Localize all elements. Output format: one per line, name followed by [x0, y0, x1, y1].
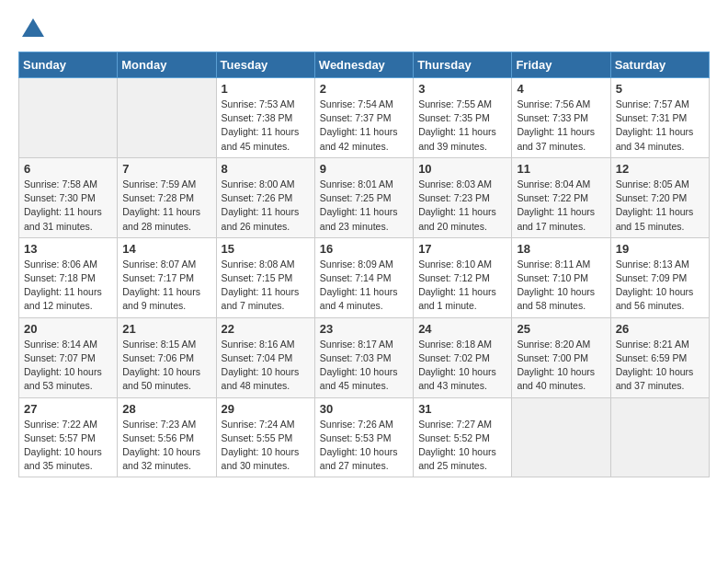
- day-info: Sunrise: 8:03 AM Sunset: 7:23 PM Dayligh…: [418, 178, 506, 234]
- calendar-cell: 14Sunrise: 8:07 AM Sunset: 7:17 PM Dayli…: [118, 237, 216, 317]
- logo-icon: [22, 18, 44, 37]
- day-number: 3: [418, 82, 506, 96]
- calendar-cell: 21Sunrise: 8:15 AM Sunset: 7:06 PM Dayli…: [118, 317, 216, 397]
- day-number: 16: [320, 242, 408, 256]
- calendar-cell: 3Sunrise: 7:55 AM Sunset: 7:35 PM Daylig…: [414, 78, 512, 158]
- calendar-cell: 2Sunrise: 7:54 AM Sunset: 7:37 PM Daylig…: [314, 78, 413, 158]
- calendar-cell: 13Sunrise: 8:06 AM Sunset: 7:18 PM Dayli…: [19, 237, 118, 317]
- day-number: 20: [24, 322, 112, 336]
- calendar-cell: [610, 397, 709, 477]
- calendar-week-row: 27Sunrise: 7:22 AM Sunset: 5:57 PM Dayli…: [19, 397, 710, 477]
- day-number: 10: [418, 162, 506, 176]
- day-info: Sunrise: 8:11 AM Sunset: 7:10 PM Dayligh…: [517, 258, 605, 314]
- calendar-cell: 9Sunrise: 8:01 AM Sunset: 7:25 PM Daylig…: [314, 157, 413, 237]
- day-number: 22: [222, 322, 310, 336]
- calendar-cell: [512, 397, 610, 477]
- day-number: 12: [616, 162, 704, 176]
- day-info: Sunrise: 7:56 AM Sunset: 7:33 PM Dayligh…: [517, 98, 605, 154]
- calendar-cell: 23Sunrise: 8:17 AM Sunset: 7:03 PM Dayli…: [314, 317, 413, 397]
- calendar-cell: 5Sunrise: 7:57 AM Sunset: 7:31 PM Daylig…: [610, 78, 709, 158]
- day-number: 28: [122, 402, 210, 416]
- page-header: [18, 18, 710, 37]
- day-info: Sunrise: 8:07 AM Sunset: 7:17 PM Dayligh…: [122, 258, 210, 314]
- day-info: Sunrise: 8:16 AM Sunset: 7:04 PM Dayligh…: [222, 338, 310, 394]
- calendar-cell: 29Sunrise: 7:24 AM Sunset: 5:55 PM Dayli…: [216, 397, 314, 477]
- calendar-table: SundayMondayTuesdayWednesdayThursdayFrid…: [18, 52, 710, 477]
- calendar-cell: 26Sunrise: 8:21 AM Sunset: 6:59 PM Dayli…: [610, 317, 709, 397]
- calendar-week-row: 1Sunrise: 7:53 AM Sunset: 7:38 PM Daylig…: [19, 78, 710, 158]
- calendar-cell: 31Sunrise: 7:27 AM Sunset: 5:52 PM Dayli…: [414, 397, 512, 477]
- calendar-cell: 18Sunrise: 8:11 AM Sunset: 7:10 PM Dayli…: [512, 237, 610, 317]
- day-info: Sunrise: 8:08 AM Sunset: 7:15 PM Dayligh…: [222, 258, 310, 314]
- calendar-cell: 1Sunrise: 7:53 AM Sunset: 7:38 PM Daylig…: [216, 78, 314, 158]
- day-info: Sunrise: 8:20 AM Sunset: 7:00 PM Dayligh…: [517, 338, 605, 394]
- calendar-week-row: 6Sunrise: 7:58 AM Sunset: 7:30 PM Daylig…: [19, 157, 710, 237]
- weekday-header: Saturday: [610, 52, 709, 78]
- calendar-cell: 16Sunrise: 8:09 AM Sunset: 7:14 PM Dayli…: [314, 237, 413, 317]
- weekday-header: Sunday: [19, 52, 118, 78]
- calendar-cell: 28Sunrise: 7:23 AM Sunset: 5:56 PM Dayli…: [118, 397, 216, 477]
- calendar-week-row: 13Sunrise: 8:06 AM Sunset: 7:18 PM Dayli…: [19, 237, 710, 317]
- calendar-cell: [118, 78, 216, 158]
- calendar-cell: 17Sunrise: 8:10 AM Sunset: 7:12 PM Dayli…: [414, 237, 512, 317]
- calendar-cell: 27Sunrise: 7:22 AM Sunset: 5:57 PM Dayli…: [19, 397, 118, 477]
- weekday-header: Tuesday: [216, 52, 314, 78]
- day-info: Sunrise: 7:26 AM Sunset: 5:53 PM Dayligh…: [320, 418, 408, 474]
- day-number: 4: [517, 82, 605, 96]
- day-number: 21: [122, 322, 210, 336]
- day-info: Sunrise: 8:06 AM Sunset: 7:18 PM Dayligh…: [24, 258, 112, 314]
- day-info: Sunrise: 8:21 AM Sunset: 6:59 PM Dayligh…: [616, 338, 704, 394]
- day-number: 14: [122, 242, 210, 256]
- day-number: 26: [616, 322, 704, 336]
- calendar-cell: 11Sunrise: 8:04 AM Sunset: 7:22 PM Dayli…: [512, 157, 610, 237]
- day-number: 25: [517, 322, 605, 336]
- day-info: Sunrise: 8:09 AM Sunset: 7:14 PM Dayligh…: [320, 258, 408, 314]
- day-info: Sunrise: 8:05 AM Sunset: 7:20 PM Dayligh…: [616, 178, 704, 234]
- day-info: Sunrise: 8:18 AM Sunset: 7:02 PM Dayligh…: [418, 338, 506, 394]
- day-info: Sunrise: 7:55 AM Sunset: 7:35 PM Dayligh…: [418, 98, 506, 154]
- day-info: Sunrise: 7:27 AM Sunset: 5:52 PM Dayligh…: [418, 418, 506, 474]
- weekday-header: Wednesday: [314, 52, 413, 78]
- calendar-cell: 22Sunrise: 8:16 AM Sunset: 7:04 PM Dayli…: [216, 317, 314, 397]
- day-number: 2: [320, 82, 408, 96]
- calendar-cell: 12Sunrise: 8:05 AM Sunset: 7:20 PM Dayli…: [610, 157, 709, 237]
- day-number: 6: [24, 162, 112, 176]
- day-info: Sunrise: 7:53 AM Sunset: 7:38 PM Dayligh…: [222, 98, 310, 154]
- day-number: 5: [616, 82, 704, 96]
- day-info: Sunrise: 7:59 AM Sunset: 7:28 PM Dayligh…: [122, 178, 210, 234]
- day-number: 1: [222, 82, 310, 96]
- day-info: Sunrise: 8:13 AM Sunset: 7:09 PM Dayligh…: [616, 258, 704, 314]
- calendar-header-row: SundayMondayTuesdayWednesdayThursdayFrid…: [19, 52, 710, 78]
- calendar-cell: [19, 78, 118, 158]
- day-number: 31: [418, 402, 506, 416]
- day-info: Sunrise: 7:54 AM Sunset: 7:37 PM Dayligh…: [320, 98, 408, 154]
- logo: [18, 18, 48, 37]
- calendar-week-row: 20Sunrise: 8:14 AM Sunset: 7:07 PM Dayli…: [19, 317, 710, 397]
- day-info: Sunrise: 7:57 AM Sunset: 7:31 PM Dayligh…: [616, 98, 704, 154]
- calendar-cell: 25Sunrise: 8:20 AM Sunset: 7:00 PM Dayli…: [512, 317, 610, 397]
- svg-marker-0: [22, 18, 44, 37]
- day-number: 27: [24, 402, 112, 416]
- calendar-cell: 15Sunrise: 8:08 AM Sunset: 7:15 PM Dayli…: [216, 237, 314, 317]
- day-info: Sunrise: 7:22 AM Sunset: 5:57 PM Dayligh…: [24, 418, 112, 474]
- day-number: 23: [320, 322, 408, 336]
- day-info: Sunrise: 8:04 AM Sunset: 7:22 PM Dayligh…: [517, 178, 605, 234]
- day-info: Sunrise: 7:58 AM Sunset: 7:30 PM Dayligh…: [24, 178, 112, 234]
- day-number: 11: [517, 162, 605, 176]
- day-number: 19: [616, 242, 704, 256]
- weekday-header: Thursday: [414, 52, 512, 78]
- calendar-cell: 30Sunrise: 7:26 AM Sunset: 5:53 PM Dayli…: [314, 397, 413, 477]
- day-number: 9: [320, 162, 408, 176]
- day-number: 7: [122, 162, 210, 176]
- day-number: 8: [222, 162, 310, 176]
- calendar-cell: 24Sunrise: 8:18 AM Sunset: 7:02 PM Dayli…: [414, 317, 512, 397]
- day-number: 17: [418, 242, 506, 256]
- calendar-cell: 8Sunrise: 8:00 AM Sunset: 7:26 PM Daylig…: [216, 157, 314, 237]
- day-info: Sunrise: 7:23 AM Sunset: 5:56 PM Dayligh…: [122, 418, 210, 474]
- day-info: Sunrise: 8:14 AM Sunset: 7:07 PM Dayligh…: [24, 338, 112, 394]
- day-info: Sunrise: 8:17 AM Sunset: 7:03 PM Dayligh…: [320, 338, 408, 394]
- day-number: 18: [517, 242, 605, 256]
- calendar-cell: 20Sunrise: 8:14 AM Sunset: 7:07 PM Dayli…: [19, 317, 118, 397]
- day-info: Sunrise: 8:01 AM Sunset: 7:25 PM Dayligh…: [320, 178, 408, 234]
- day-number: 30: [320, 402, 408, 416]
